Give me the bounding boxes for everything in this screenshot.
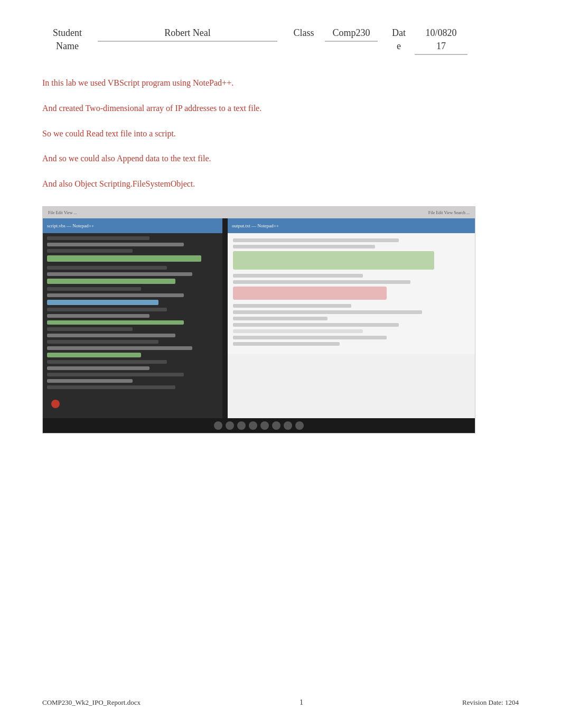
code-line [47,327,133,331]
taskbar-btn [260,421,269,430]
output-line [233,329,363,333]
paragraph-5: And also Object Scripting.FileSystemObje… [42,177,519,191]
footer-page-number: 1 [300,698,303,707]
taskbar-btn [272,421,280,430]
ss-topbar: File Edit View ... File Edit View Search… [43,207,475,218]
output-line [233,317,328,320]
document-header: Student Name Robert Neal Class Comp230 D… [42,26,519,55]
date-value-block: 10/0820 17 [415,26,467,55]
output-line [233,310,422,314]
class-value: Comp230 [332,26,370,40]
output-line [233,238,399,242]
date-label-line1: Dat [392,26,406,40]
ss-right-header-text: output.txt — Notepad++ [232,223,279,228]
ss-code-lines [43,233,222,411]
document-footer: COMP230_Wk2_IPO_Report.docx 1 Revision D… [42,698,519,707]
ss-right-panel: output.txt — Notepad++ [228,218,475,418]
ss-right-header: output.txt — Notepad++ [228,218,475,233]
code-line [47,379,133,383]
taskbar-btn [284,421,292,430]
code-line [47,366,149,370]
code-line [47,249,133,253]
taskbar-btn [214,421,222,430]
taskbar-btn [295,421,304,430]
ss-left-panel: script.vbs — Notepad++ [43,218,222,418]
code-line [47,272,192,276]
screenshot-content: File Edit View ... File Edit View Search… [43,207,475,433]
ss-topbar-text-right: File Edit View Search ... [428,210,470,215]
ss-taskbar [43,418,475,433]
code-line-bright [47,255,201,262]
paragraph-1: In this lab we used VBScript program usi… [42,76,519,90]
student-label: Student [53,26,82,40]
body-content: In this lab we used VBScript program usi… [42,76,519,190]
code-line-bright [47,353,141,357]
paragraph-3: So we could Read text file into a script… [42,127,519,141]
student-label-block: Student Name [42,26,92,53]
output-line [233,323,399,327]
taskbar-btn [249,421,257,430]
code-line [47,266,167,270]
code-line [47,385,175,389]
ss-left-header: script.vbs — Notepad++ [43,218,222,233]
ss-topbar-text-left: File Edit View ... [48,210,77,215]
class-underline [325,41,378,42]
ss-red-dot [51,400,60,408]
output-line [233,304,351,308]
code-line-bright [47,320,184,325]
ss-right-content [228,233,475,354]
code-line [47,346,192,350]
footer-revision: Revision Date: 1204 [462,698,519,707]
output-line [233,342,340,346]
code-line [47,340,158,344]
code-line [47,314,149,318]
code-line [47,287,141,291]
screenshot-image: File Edit View ... File Edit View Search… [42,206,475,434]
footer-filename: COMP230_Wk2_IPO_Report.docx [42,698,141,707]
paragraph-2: And created Two-dimensional array of IP … [42,102,519,115]
document-page: Student Name Robert Neal Class Comp230 D… [0,0,561,728]
date-label-line2: e [397,40,401,53]
code-line [47,236,149,240]
ss-left-header-text: script.vbs — Notepad++ [47,223,94,228]
taskbar-btn [237,421,246,430]
student-label2: Name [56,40,79,53]
date-label-block: Dat e [388,26,409,53]
code-line [47,373,184,376]
output-line [233,336,387,339]
paragraph-4: And so we could also Append data to the … [42,152,519,165]
code-line [47,334,175,337]
date-value-line2: 17 [436,40,446,53]
code-line-bright [47,279,175,284]
output-block-green [233,251,434,270]
code-line [47,243,184,246]
student-name-block: Robert Neal [98,26,277,42]
code-line [47,293,184,297]
code-line [47,360,167,364]
date-value-line1: 10/0820 [425,26,456,40]
output-block-pink [233,287,387,300]
class-value-block: Comp230 [325,26,378,42]
output-line [233,280,410,284]
code-line [47,308,167,311]
class-label: Class [293,26,314,40]
code-line-accent [47,300,158,305]
student-name-value: Robert Neal [164,26,210,40]
class-label-block: Class [288,26,320,40]
date-underline [415,54,467,55]
output-line [233,274,363,278]
ss-panel-divider [222,218,228,418]
taskbar-btn [226,421,234,430]
name-underline [98,41,277,42]
output-line [233,245,375,248]
